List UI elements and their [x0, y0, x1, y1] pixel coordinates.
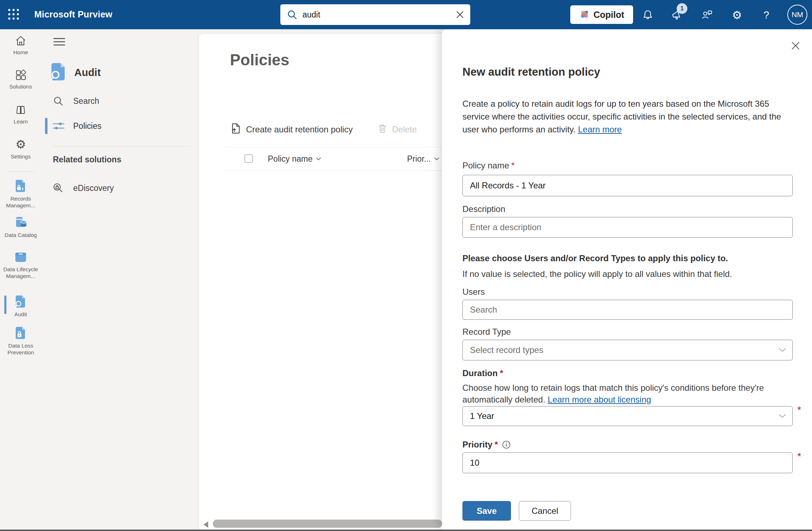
scroll-left-arrow[interactable]	[204, 521, 208, 528]
workspace: Home Solutions	[0, 29, 812, 530]
section-heading: Please choose Users and/or Record Types …	[462, 253, 795, 263]
rail-item-learn[interactable]: Learn	[0, 104, 41, 125]
users-search-field[interactable]	[462, 300, 793, 320]
panel-intro: Create a policy to retain audit logs for…	[462, 97, 795, 136]
policy-name-field[interactable]	[462, 175, 793, 196]
record-type-label: Record Type	[462, 327, 511, 337]
policy-name-label: Policy name*	[462, 161, 515, 171]
notification-badge: 1	[677, 3, 687, 14]
data-catalog-icon	[0, 216, 41, 229]
section-note: If no value is selected, the policy will…	[462, 269, 795, 279]
delete-label: Delete	[392, 125, 417, 135]
search-input[interactable]	[302, 10, 455, 20]
help-button[interactable]: ?	[759, 7, 774, 22]
delete-button[interactable]: Delete	[378, 122, 417, 137]
priority-field[interactable]	[462, 452, 793, 473]
chevron-down-icon	[779, 348, 786, 352]
column-header-priority[interactable]: Prior...	[407, 154, 439, 164]
policies-page: Policies Create audit retention policy	[199, 34, 442, 530]
sidebar-item-policies[interactable]: Policies	[41, 116, 199, 136]
select-all-checkbox[interactable]	[245, 155, 253, 163]
window-bottom-edge	[0, 530, 812, 531]
create-policy-icon	[231, 123, 241, 136]
toolbar-divider	[224, 147, 442, 147]
copilot-button[interactable]: Copilot	[570, 5, 633, 24]
new-policy-panel: New audit retention policy Create a poli…	[442, 29, 812, 530]
person-feedback-icon	[701, 9, 713, 21]
duration-required-asterisk: *	[797, 405, 801, 416]
notifications-button[interactable]	[640, 7, 655, 22]
search-icon	[287, 9, 297, 20]
settings-rail-icon: ⚙	[0, 138, 41, 151]
delete-icon	[378, 123, 387, 136]
create-policy-button[interactable]: Create audit retention policy	[231, 122, 353, 137]
rail-item-audit[interactable]: Audit	[0, 295, 41, 318]
top-bar: Microsoft Purview	[0, 0, 812, 29]
app-title: Microsoft Purview	[34, 9, 112, 20]
clear-search-icon[interactable]	[455, 10, 465, 19]
close-panel-icon[interactable]	[790, 40, 802, 52]
info-icon[interactable]	[502, 440, 511, 449]
column-header-policy-name[interactable]: Policy name	[268, 154, 321, 164]
rail-item-home[interactable]: Home	[0, 35, 41, 56]
chevron-down-icon	[434, 157, 439, 161]
users-label: Users	[462, 287, 485, 297]
priority-required-asterisk: *	[797, 451, 801, 462]
panel-title: New audit retention policy	[462, 66, 600, 79]
save-button[interactable]: Save	[462, 501, 511, 521]
policies-sliders-icon	[52, 121, 65, 131]
question-icon: ?	[763, 10, 769, 20]
cancel-button[interactable]: Cancel	[519, 501, 571, 521]
duration-description: Choose how long to retain logs that matc…	[462, 382, 795, 405]
sidebar-item-ediscovery[interactable]: eDiscovery	[41, 178, 199, 198]
app-rail: Home Solutions	[0, 29, 41, 530]
rail-item-data-catalog[interactable]: Data Catalog	[0, 216, 41, 238]
feedback-button[interactable]	[700, 7, 715, 22]
data-loss-prevention-icon	[0, 326, 41, 340]
page-title: Policies	[230, 51, 289, 69]
collapse-menu-button[interactable]	[51, 35, 67, 49]
audit-section-header: Audit	[49, 62, 101, 83]
sidebar-title: Audit	[74, 67, 101, 79]
description-field[interactable]	[462, 217, 793, 238]
duration-select[interactable]: 1 Year	[462, 406, 793, 426]
learn-icon	[0, 104, 41, 116]
sidebar-divider	[52, 146, 191, 147]
licensing-link[interactable]: Learn more about licensing	[548, 395, 651, 404]
rail-item-settings[interactable]: ⚙ Settings	[0, 138, 41, 160]
duration-label: Duration*	[462, 368, 503, 378]
chevron-down-icon	[779, 414, 786, 418]
settings-button[interactable]: ⚙	[730, 7, 745, 22]
audit-icon	[0, 295, 41, 308]
records-management-icon	[0, 179, 41, 193]
record-type-select[interactable]: Select record types	[462, 340, 793, 360]
purview-app: Microsoft Purview	[0, 0, 812, 531]
chevron-down-icon	[316, 157, 321, 161]
table-header-divider	[224, 171, 442, 171]
create-policy-label: Create audit retention policy	[246, 125, 353, 135]
sidebar-selected-indicator	[45, 118, 47, 134]
description-label: Description	[462, 204, 505, 214]
account-avatar[interactable]: NM	[787, 5, 807, 25]
gear-icon: ⚙	[732, 10, 742, 21]
sidebar-item-search[interactable]: Search	[41, 91, 199, 111]
rail-item-data-lifecycle[interactable]: Data Lifecycle Managem...	[0, 251, 41, 279]
horizontal-scrollbar[interactable]	[213, 520, 442, 528]
announcements-button[interactable]: 1	[670, 7, 685, 22]
rail-divider	[6, 171, 35, 172]
related-solutions-heading: Related solutions	[53, 155, 121, 165]
sidebar-search-icon	[53, 96, 64, 106]
rail-item-dlp[interactable]: Data Loss Prevention	[0, 326, 41, 356]
data-lifecycle-icon	[0, 251, 41, 263]
global-search[interactable]	[280, 4, 470, 25]
copilot-icon	[579, 9, 590, 21]
app-launcher-button[interactable]	[4, 5, 24, 25]
audit-solution-icon	[49, 62, 68, 83]
audit-sidebar: Audit Search	[41, 29, 199, 530]
learn-more-link[interactable]: Learn more	[578, 125, 622, 134]
rail-item-records-management[interactable]: Records Managem...	[0, 179, 41, 209]
rail-item-solutions[interactable]: Solutions	[0, 69, 41, 90]
priority-label: Priority*	[462, 440, 511, 450]
solutions-icon	[0, 69, 41, 81]
copilot-label: Copilot	[593, 10, 624, 20]
